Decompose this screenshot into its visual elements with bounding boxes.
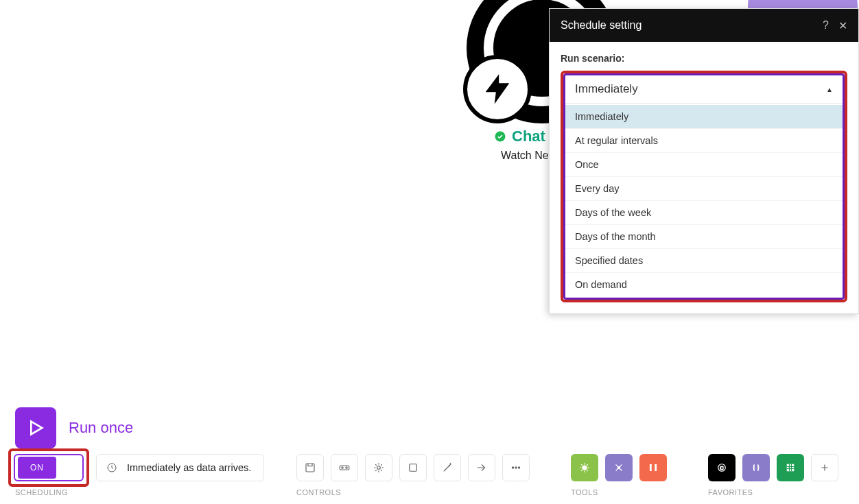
control-export-button[interactable]: [468, 454, 495, 481]
control-settings-button[interactable]: [331, 454, 358, 481]
schedule-hint[interactable]: Immediately as data arrives.: [96, 454, 264, 481]
toggle-on-label: ON: [18, 457, 56, 479]
scheduling-toggle-highlight: ON: [8, 448, 89, 487]
svg-point-0: [495, 132, 506, 142]
svg-point-6: [346, 467, 347, 468]
caret-up-icon: ▲: [826, 86, 833, 93]
scheduling-toggle[interactable]: ON: [14, 454, 84, 481]
control-save-button[interactable]: [296, 454, 324, 481]
tool-branch-button[interactable]: [605, 454, 633, 481]
run-scenario-dropdown-highlight: Immediately ▲ Immediately At regular int…: [561, 71, 847, 302]
svg-rect-16: [787, 464, 795, 472]
section-tools-label: TOOLS: [571, 488, 598, 496]
tool-gear-button[interactable]: [571, 454, 598, 481]
clock-icon: [106, 462, 117, 473]
control-gear-button[interactable]: [365, 454, 392, 481]
favorite-add-button[interactable]: [811, 454, 838, 481]
option-every-day[interactable]: Every day: [565, 177, 843, 201]
option-days-of-month[interactable]: Days of the month: [565, 225, 843, 249]
dialog-header: Schedule setting ? ✕: [550, 9, 858, 42]
svg-point-9: [512, 467, 513, 468]
run-scenario-selected: Immediately: [575, 82, 638, 96]
run-once-label: Run once: [69, 419, 133, 437]
favorite-2-button[interactable]: [742, 454, 770, 481]
favorite-3-button[interactable]: [777, 454, 804, 481]
option-at-regular-intervals[interactable]: At regular intervals: [565, 129, 843, 153]
option-specified-dates[interactable]: Specified dates: [565, 249, 843, 273]
option-once[interactable]: Once: [565, 153, 843, 177]
control-note-button[interactable]: [399, 454, 427, 481]
svg-rect-3: [306, 464, 314, 472]
run-scenario-select[interactable]: Immediately ▲: [565, 75, 843, 103]
svg-rect-8: [410, 464, 417, 472]
section-controls-label: CONTROLS: [296, 488, 341, 496]
svg-point-7: [377, 466, 381, 470]
check-icon: [494, 130, 506, 143]
control-more-button[interactable]: [502, 454, 530, 481]
option-on-demand[interactable]: On demand: [565, 273, 843, 296]
favorite-1-button[interactable]: C: [708, 454, 736, 481]
dialog-title: Schedule setting: [561, 19, 642, 32]
close-icon[interactable]: ✕: [838, 19, 847, 32]
control-wand-button[interactable]: [434, 454, 461, 481]
svg-marker-1: [31, 422, 42, 435]
section-favorites-label: FAVORITES: [708, 488, 753, 496]
svg-point-5: [342, 467, 343, 468]
tool-brackets-button[interactable]: [639, 454, 667, 481]
svg-point-12: [583, 466, 587, 470]
help-icon[interactable]: ?: [823, 19, 829, 32]
section-scheduling-label: SCHEDULING: [15, 488, 68, 496]
scenario-name: Chat: [512, 128, 545, 145]
svg-text:C: C: [720, 465, 724, 471]
trigger-badge-icon: [463, 55, 532, 123]
schedule-hint-text: Immediately as data arrives.: [127, 462, 251, 473]
scenario-title: Chat: [494, 128, 545, 145]
svg-point-10: [515, 467, 517, 468]
option-days-of-week[interactable]: Days of the week: [565, 201, 843, 225]
run-scenario-label: Run scenario:: [561, 53, 847, 64]
run-scenario-options: Immediately At regular intervals Once Ev…: [565, 103, 843, 298]
option-immediately[interactable]: Immediately: [565, 105, 843, 129]
schedule-dialog: Schedule setting ? ✕ Run scenario: Immed…: [549, 8, 859, 314]
svg-rect-4: [340, 466, 349, 470]
run-once-button[interactable]: [15, 407, 56, 448]
svg-point-11: [518, 467, 519, 468]
